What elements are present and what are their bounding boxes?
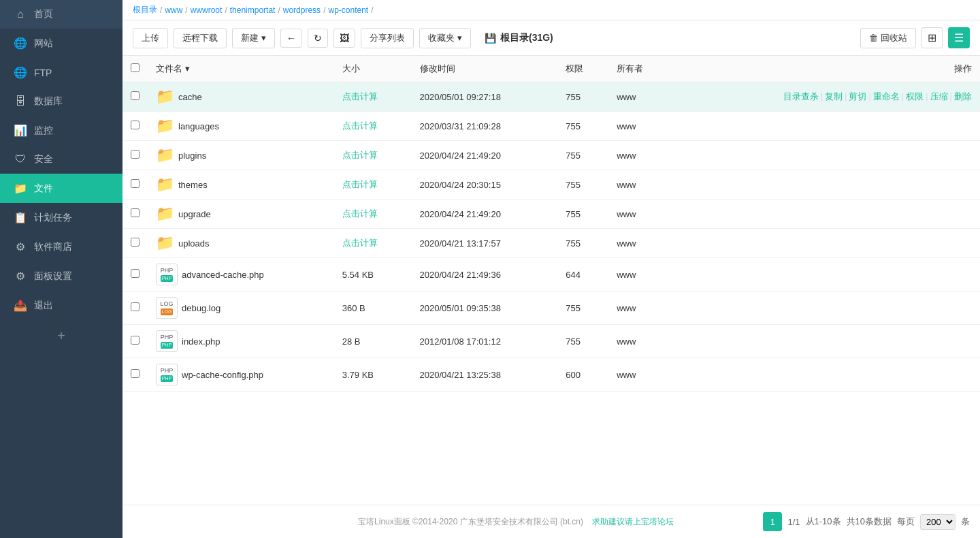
file-modified: 2012/01/08 17:01:12	[412, 325, 558, 358]
sidebar-item-label: 网站	[34, 37, 53, 50]
table-row: 📁plugins点击计算2020/04/24 21:49:20755www	[122, 141, 980, 170]
sidebar-item-logout[interactable]: 📤 退出	[0, 291, 122, 320]
database-icon: 🗄	[14, 95, 27, 108]
file-modified: 2020/05/01 09:27:18	[412, 82, 558, 112]
breadcrumb: 根目录 / www / wwwroot / thenimportat / wor…	[122, 0, 980, 20]
row-checkbox[interactable]	[131, 208, 140, 217]
file-modified: 2020/04/24 21:49:20	[412, 141, 558, 170]
page-range: 从1-10条	[806, 516, 841, 528]
view-list-button[interactable]: ☰	[948, 27, 970, 48]
file-modified: 2020/04/24 20:30:15	[412, 170, 558, 200]
breadcrumb-wwwroot[interactable]: wwwroot	[191, 5, 223, 15]
sidebar-item-softstore[interactable]: ⚙ 软件商店	[0, 232, 122, 262]
action-剪切[interactable]: 剪切	[849, 91, 866, 101]
file-actions	[673, 170, 980, 200]
file-owner: www	[608, 358, 672, 392]
file-name[interactable]: languages	[178, 121, 219, 131]
row-checkbox[interactable]	[131, 150, 140, 159]
row-checkbox[interactable]	[131, 269, 140, 278]
sidebar-item-monitor[interactable]: 📊 监控	[0, 116, 122, 145]
row-checkbox[interactable]	[131, 121, 140, 129]
file-area: 文件名 ▾ 大小 修改时间 权限 所有者 操作 📁cache点击计算2020/0…	[122, 56, 980, 505]
recycle-button[interactable]: 🗑 回收站	[860, 28, 916, 48]
file-modified: 2020/04/24 21:49:20	[412, 200, 558, 229]
share-list-button[interactable]: 分享列表	[361, 28, 414, 48]
file-name[interactable]: uploads	[178, 238, 210, 249]
sidebar-add-button[interactable]: +	[0, 320, 122, 352]
file-name[interactable]: upgrade	[178, 209, 211, 219]
file-modified: 2020/05/01 09:35:38	[412, 291, 558, 325]
breadcrumb-www[interactable]: www	[165, 5, 182, 15]
php-file-icon: PHPPHP	[156, 264, 178, 285]
table-row: PHPPHPwp-cache-config.php3.79 KB2020/04/…	[122, 358, 980, 392]
sidebar-item-files[interactable]: 📁 文件	[0, 174, 122, 203]
back-button[interactable]: ←	[280, 29, 302, 48]
action-目录查杀[interactable]: 目录查杀	[783, 91, 819, 101]
row-checkbox[interactable]	[131, 238, 140, 247]
sidebar-item-home[interactable]: ⌂ 首页	[0, 0, 122, 29]
file-name[interactable]: wp-cache-config.php	[182, 370, 263, 380]
ftp-icon: 🌐	[14, 66, 27, 79]
footer-help-link[interactable]: 求助建议请上宝塔论坛	[592, 517, 674, 526]
file-name[interactable]: debug.log	[182, 303, 220, 313]
dropdown-icon: ▾	[261, 33, 266, 43]
row-checkbox[interactable]	[131, 179, 140, 188]
store-icon: ⚙	[14, 240, 27, 253]
row-checkbox[interactable]	[131, 302, 140, 311]
collect-button[interactable]: 收藏夹 ▾	[419, 28, 471, 48]
table-row: 📁upgrade点击计算2020/04/24 21:49:20755www	[122, 200, 980, 229]
select-all-checkbox[interactable]	[131, 63, 140, 72]
view-grid-button[interactable]: ⊞	[921, 27, 943, 48]
breadcrumb-wordpress[interactable]: wordpress	[283, 5, 321, 15]
file-name[interactable]: advanced-cache.php	[182, 270, 264, 280]
file-size[interactable]: 点击计算	[334, 229, 412, 258]
row-checkbox[interactable]	[131, 369, 140, 378]
sidebar-item-ftp[interactable]: 🌐 FTP	[0, 58, 122, 87]
action-复制[interactable]: 复制	[825, 91, 843, 101]
file-size[interactable]: 点击计算	[334, 141, 412, 170]
sidebar-item-crontask[interactable]: 📋 计划任务	[0, 203, 122, 232]
file-size[interactable]: 点击计算	[334, 82, 412, 112]
action-压缩[interactable]: 压缩	[930, 91, 948, 101]
file-name[interactable]: index.php	[182, 336, 220, 347]
file-name[interactable]: themes	[178, 180, 208, 190]
refresh-button[interactable]: ↻	[308, 29, 328, 48]
file-name-cell: PHPPHPindex.php	[148, 325, 334, 358]
action-权限[interactable]: 权限	[906, 91, 924, 101]
file-actions	[673, 141, 980, 170]
file-name-cell: PHPPHPwp-cache-config.php	[148, 358, 334, 392]
collect-dropdown-icon: ▾	[457, 33, 462, 43]
plus-icon: +	[57, 328, 65, 344]
file-name-cell: LOGLOGdebug.log	[148, 291, 334, 325]
per-page-select[interactable]: 200 100 50	[920, 514, 956, 530]
file-size[interactable]: 点击计算	[334, 170, 412, 200]
sidebar-item-panelsettings[interactable]: ⚙ 面板设置	[0, 262, 122, 291]
action-删除[interactable]: 删除	[954, 91, 972, 101]
file-name[interactable]: cache	[178, 92, 202, 102]
sidebar-item-website[interactable]: 🌐 网站	[0, 29, 122, 58]
screenshot-button[interactable]: 🖼	[333, 29, 355, 48]
remote-download-button[interactable]: 远程下载	[174, 28, 227, 48]
breadcrumb-thenimportat[interactable]: thenimportat	[230, 5, 276, 15]
page-1-button[interactable]: 1	[763, 512, 782, 531]
file-size: 3.79 KB	[334, 358, 412, 392]
folder-icon: 📁	[156, 205, 174, 223]
table-row: 📁uploads点击计算2020/04/21 13:17:57755www	[122, 229, 980, 258]
file-actions	[673, 258, 980, 291]
row-checkbox[interactable]	[131, 336, 140, 345]
sidebar-item-database[interactable]: 🗄 数据库	[0, 87, 122, 116]
sort-icon: ▾	[185, 63, 190, 74]
sidebar-item-security[interactable]: 🛡 安全	[0, 145, 122, 174]
file-actions	[673, 291, 980, 325]
file-name[interactable]: plugins	[178, 151, 206, 161]
file-size[interactable]: 点击计算	[334, 112, 412, 141]
row-checkbox[interactable]	[131, 91, 140, 100]
breadcrumb-root[interactable]: 根目录	[133, 4, 157, 16]
upload-button[interactable]: 上传	[133, 28, 168, 48]
home-icon: ⌂	[14, 8, 27, 20]
recycle-icon: 🗑	[869, 33, 878, 43]
new-button[interactable]: 新建 ▾	[232, 28, 275, 48]
breadcrumb-wp-content[interactable]: wp-content	[328, 5, 368, 15]
file-size[interactable]: 点击计算	[334, 200, 412, 229]
action-重命名[interactable]: 重命名	[873, 91, 900, 101]
